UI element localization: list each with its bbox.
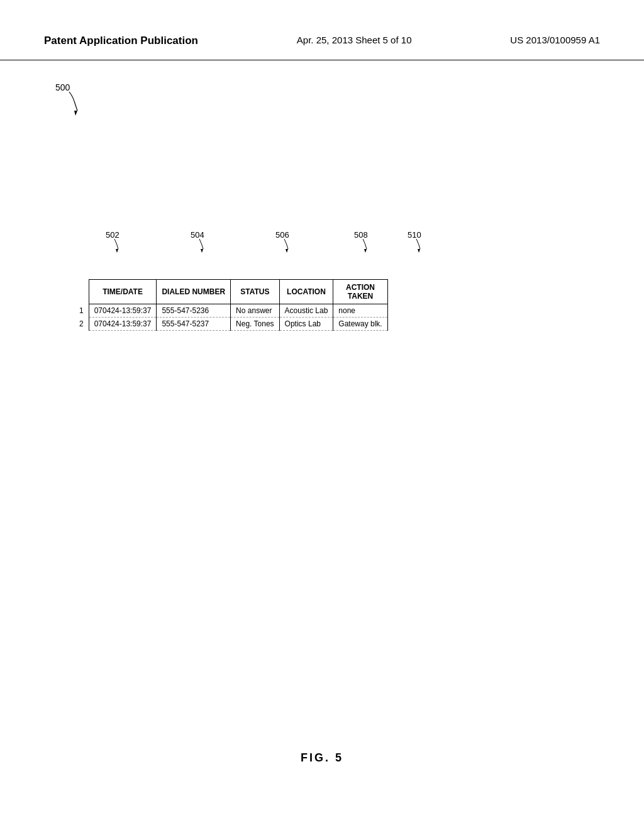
col-header-action: ACTIONTAKEN bbox=[333, 280, 387, 304]
table-row: 2 070424-13:59:37 555-547-5237 Neg. Tone… bbox=[74, 318, 387, 331]
col-header-location: LOCATION bbox=[279, 280, 333, 304]
header-date-sheet: Apr. 25, 2013 Sheet 5 of 10 bbox=[297, 35, 412, 45]
cell-time-2: 070424-13:59:37 bbox=[89, 318, 157, 331]
col-header-time: TIME/DATE bbox=[89, 280, 157, 304]
svg-text:504: 504 bbox=[191, 230, 204, 240]
content-area: 500 502 504 506 508 bbox=[0, 60, 644, 815]
data-table: TIME/DATE DIALED NUMBER STATUS LOCATION … bbox=[74, 279, 388, 331]
patent-page: Patent Application Publication Apr. 25, … bbox=[0, 0, 644, 830]
col-header-number: DIALED NUMBER bbox=[157, 280, 231, 304]
cell-status-2: Neg. Tones bbox=[231, 318, 280, 331]
column-annotations: 502 504 506 508 510 bbox=[75, 229, 566, 263]
svg-marker-7 bbox=[286, 249, 288, 253]
table-row: 1 070424-13:59:37 555-547-5236 No answer… bbox=[74, 304, 387, 318]
header-patent-number: US 2013/0100959 A1 bbox=[510, 35, 600, 45]
table-header-row: TIME/DATE DIALED NUMBER STATUS LOCATION … bbox=[74, 280, 387, 304]
svg-text:500: 500 bbox=[55, 82, 70, 92]
row-num-2: 2 bbox=[74, 318, 89, 331]
table-container: TIME/DATE DIALED NUMBER STATUS LOCATION … bbox=[55, 260, 388, 331]
figure-caption: FIG. 5 bbox=[301, 751, 343, 765]
cell-number-1: 555-547-5236 bbox=[157, 304, 231, 318]
page-header: Patent Application Publication Apr. 25, … bbox=[0, 0, 644, 60]
row-num-1: 1 bbox=[74, 304, 89, 318]
cell-status-1: No answer bbox=[231, 304, 280, 318]
svg-marker-5 bbox=[201, 249, 203, 253]
col-header-status: STATUS bbox=[231, 280, 280, 304]
cell-number-2: 555-547-5237 bbox=[157, 318, 231, 331]
cell-location-1: Acoustic Lab bbox=[279, 304, 333, 318]
cell-location-2: Optics Lab bbox=[279, 318, 333, 331]
cell-action-1: none bbox=[333, 304, 387, 318]
svg-marker-9 bbox=[364, 249, 367, 253]
cell-time-1: 070424-13:59:37 bbox=[89, 304, 157, 318]
cell-action-2: Gateway blk. bbox=[333, 318, 387, 331]
column-labels-svg: 502 504 506 508 510 bbox=[75, 229, 566, 260]
header-publication-label: Patent Application Publication bbox=[44, 35, 198, 47]
svg-text:506: 506 bbox=[275, 230, 289, 240]
figure-500-arrow: 500 bbox=[55, 79, 106, 117]
svg-text:502: 502 bbox=[106, 230, 119, 240]
svg-text:510: 510 bbox=[408, 230, 421, 240]
svg-marker-3 bbox=[116, 249, 118, 253]
svg-marker-11 bbox=[418, 249, 420, 253]
svg-marker-1 bbox=[74, 111, 77, 116]
svg-text:508: 508 bbox=[354, 230, 368, 240]
